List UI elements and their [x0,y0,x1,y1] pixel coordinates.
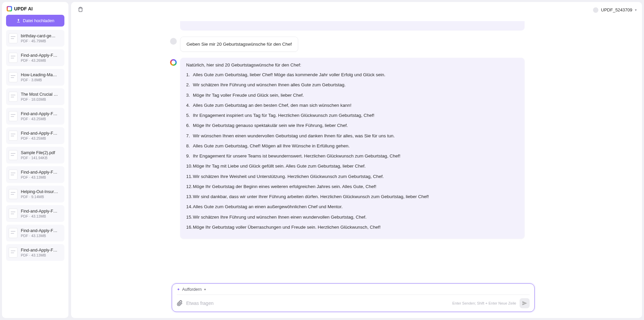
delete-button[interactable] [76,5,85,14]
file-info: Find-and-Apply-F… PDF · 43.25MB [21,131,62,140]
user-avatar-icon [170,38,177,45]
file-item[interactable]: Find-and-Apply-F… PDF · 43.26MB [6,49,64,66]
input-zone: ✦ Auffordern ▼ Enter Senden; Shift + Ent… [71,279,642,318]
file-item[interactable]: birthday-card-ge… PDF · 45.79MB [6,30,64,47]
user-menu[interactable]: UPDF_5243709 ▾ [593,7,637,13]
file-info: Sample File(2).pdf PDF · 141.94KB [21,150,62,160]
chevron-down-icon: ▾ [635,8,637,12]
file-info: Find-and-Apply-F… PDF · 43.26MB [21,53,62,62]
chevron-down-icon: ▼ [204,288,206,291]
sidebar-header: UPDF AI [2,2,68,15]
file-meta: PDF · 43.25MB [21,117,62,121]
file-info: Find-and-Apply-F… PDF · 43.13MB [21,248,62,257]
file-item[interactable]: Sample File(2).pdf PDF · 141.94KB [6,147,64,164]
file-item[interactable]: Find-and-Apply-F… PDF · 43.13MB [6,205,64,222]
bot-message-row: Natürlich, hier sind 20 Geburtstagswünsc… [170,58,632,239]
wish-item: Wir schätzen Ihre Weisheit und Unterstüt… [186,173,519,180]
file-icon [9,228,17,238]
input-hint: Enter Senden; Shift + Enter Neue Zeile [452,301,516,305]
file-meta: PDF · 43.13MB [21,234,62,238]
file-icon [9,72,17,82]
app-title: UPDF AI [14,6,33,11]
paperclip-icon[interactable] [177,300,183,306]
main-panel: UPDF_5243709 ▾ Geben Sie mir 20 Geburtst… [71,2,642,318]
upload-button[interactable]: Datei hochladen [6,15,64,27]
user-message: Geben Sie mir 20 Geburtstagswünsche für … [180,37,298,52]
input-box: ✦ Auffordern ▼ Enter Senden; Shift + Ent… [172,283,535,312]
send-button[interactable] [520,298,530,308]
wish-list: Alles Gute zum Geburtstag, lieber Chef! … [186,72,519,231]
file-icon [9,131,17,141]
bot-intro: Natürlich, hier sind 20 Geburtstagswünsc… [186,62,519,67]
sidebar: UPDF AI Datei hochladen birthday-card-ge… [2,2,68,318]
wish-item: Alles Gute zum Geburtstag an den besten … [186,102,519,109]
bot-message: Natürlich, hier sind 20 Geburtstagswünsc… [180,58,525,239]
prompt-label: Auffordern [182,287,202,292]
file-meta: PDF · 43.13MB [21,253,62,257]
wish-item: Ihr Engagement für unsere Teams ist bewu… [186,153,519,159]
wish-item: Möge Ihr Tag voller Freude und Glück sei… [186,92,519,99]
wish-item: Möge Ihr Geburtstag genauso spektakulär … [186,122,519,129]
wish-item: Alles Gute zum Geburtstag, lieber Chef! … [186,72,519,78]
file-info: How-Leading-Ma… PDF · 3.8MB [21,73,62,82]
file-name: Find-and-Apply-F… [21,53,62,58]
file-name: Find-and-Apply-F… [21,170,62,175]
prev-bot-message-cut [180,21,525,31]
file-info: birthday-card-ge… PDF · 45.79MB [21,34,62,43]
logo-icon [7,6,12,11]
upload-icon [16,18,21,23]
file-name: The Most Crucial … [21,92,62,97]
file-name: Find-and-Apply-F… [21,228,62,233]
file-icon [9,53,17,63]
file-item[interactable]: Find-and-Apply-F… PDF · 43.25MB [6,127,64,144]
file-icon [9,170,17,180]
prompt-selector[interactable]: ✦ Auffordern ▼ [177,287,530,294]
file-icon [9,209,17,219]
file-item[interactable]: Find-and-Apply-F… PDF · 43.25MB [6,108,64,125]
file-meta: PDF · 43.13MB [21,175,62,179]
file-name: Find-and-Apply-F… [21,131,62,136]
file-list: birthday-card-ge… PDF · 45.79MB Find-and… [2,30,68,318]
wish-item: Wir sind dankbar, dass wir unter Ihrer F… [186,193,519,200]
file-name: Helping-Out-Insur… [21,189,62,194]
wish-item: Möge Ihr Tag mit Liebe und Glück gefüllt… [186,163,519,170]
file-icon [9,247,17,258]
send-icon [522,301,527,306]
file-meta: PDF · 18.03MB [21,97,62,101]
wish-item: Alles Gute zum Geburtstag an einen außer… [186,203,519,210]
wish-item: Alles Gute zum Geburtstag, Chef! Mögen a… [186,143,519,149]
file-info: Find-and-Apply-F… PDF · 43.13MB [21,228,62,238]
username: UPDF_5243709 [601,7,632,12]
wish-item: Ihr Engagement inspiriert uns Tag für Ta… [186,112,519,119]
file-icon [9,92,17,102]
file-name: Find-and-Apply-F… [21,248,62,253]
main-header: UPDF_5243709 ▾ [71,2,642,18]
file-item[interactable]: How-Leading-Ma… PDF · 3.8MB [6,69,64,86]
file-meta: PDF · 3.8MB [21,78,62,82]
file-info: Find-and-Apply-F… PDF · 43.25MB [21,111,62,121]
file-item[interactable]: Find-and-Apply-F… PDF · 43.13MB [6,225,64,241]
user-avatar-icon [593,7,598,13]
file-info: Helping-Out-Insur… PDF · 9.14MB [21,189,62,199]
file-info: The Most Crucial … PDF · 18.03MB [21,92,62,101]
file-icon [9,189,17,199]
file-name: Find-and-Apply-F… [21,209,62,214]
wish-item: Wir schätzen Ihre Führung und wünschen I… [186,82,519,88]
file-name: How-Leading-Ma… [21,73,62,77]
file-icon [9,150,17,160]
bot-avatar-icon [170,59,177,66]
upload-label: Datei hochladen [23,18,54,23]
sparkle-icon: ✦ [177,287,180,292]
wish-item: Wir schätzen Ihre Führung und wünschen I… [186,214,519,221]
file-item[interactable]: The Most Crucial … PDF · 18.03MB [6,88,64,105]
wish-item: Möge Ihr Geburtstag voller Überraschunge… [186,224,519,231]
file-item[interactable]: Find-and-Apply-F… PDF · 43.13MB [6,244,64,261]
file-icon [9,33,17,43]
chat-input[interactable] [186,301,449,306]
file-item[interactable]: Find-and-Apply-F… PDF · 43.13MB [6,166,64,183]
chat-area: Geben Sie mir 20 Geburtstagswünsche für … [71,18,642,279]
file-name: birthday-card-ge… [21,34,62,38]
file-name: Find-and-Apply-F… [21,111,62,116]
file-meta: PDF · 43.13MB [21,214,62,218]
file-item[interactable]: Helping-Out-Insur… PDF · 9.14MB [6,186,64,202]
